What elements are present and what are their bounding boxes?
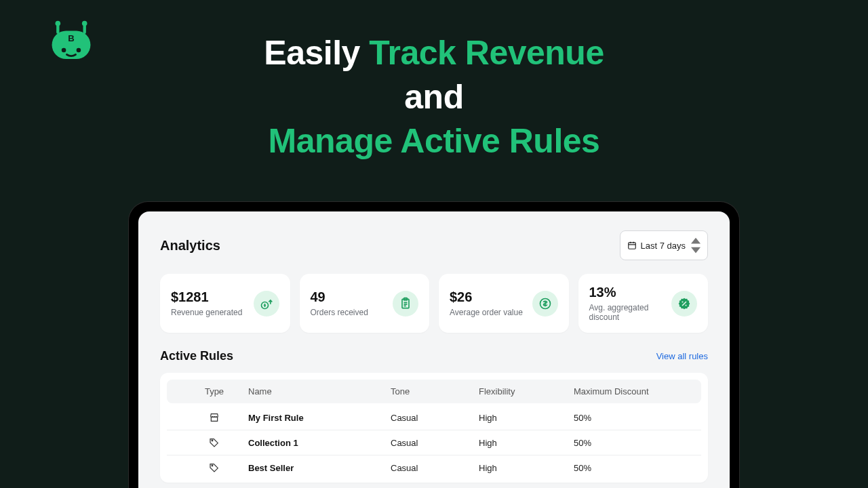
- tag-icon: [180, 462, 248, 473]
- device-frame: Analytics Last 7 days $1281 R: [129, 202, 739, 488]
- cell-flex: High: [479, 413, 574, 423]
- table-header: Type Name Tone Flexibility Maximum Disco…: [167, 380, 701, 403]
- store-icon: [180, 412, 248, 423]
- app-screen: Analytics Last 7 days $1281 R: [138, 211, 730, 488]
- col-type: Type: [180, 386, 248, 396]
- sort-chevrons-icon: [691, 236, 701, 255]
- cell-tone: Casual: [391, 438, 479, 448]
- cell-max: 50%: [574, 413, 709, 423]
- hero-text-3: and: [404, 78, 463, 116]
- metric-value: $26: [450, 289, 523, 305]
- col-flex: Flexibility: [479, 386, 574, 396]
- table-row[interactable]: My First Rule Casual High 50%: [167, 405, 701, 430]
- svg-point-20: [685, 304, 686, 306]
- col-tone: Tone: [391, 386, 479, 396]
- brand-logo: B: [47, 19, 95, 60]
- cell-tone: Casual: [391, 463, 479, 473]
- analytics-title: Analytics: [160, 238, 220, 253]
- hero-text-2: Track Revenue: [369, 34, 604, 72]
- cell-flex: High: [479, 438, 574, 448]
- col-name: Name: [248, 386, 391, 396]
- svg-rect-8: [628, 243, 635, 249]
- svg-point-6: [62, 48, 66, 53]
- cell-flex: High: [479, 463, 574, 473]
- cell-tone: Casual: [391, 413, 479, 423]
- svg-point-19: [682, 301, 683, 302]
- metric-label: Orders received: [311, 308, 368, 317]
- metric-label: Revenue generated: [171, 308, 242, 317]
- view-all-rules-link[interactable]: View all rules: [656, 351, 708, 361]
- metric-card-aov: $26 Average order value: [439, 274, 569, 333]
- table-row[interactable]: Collection 1 Casual High 50%: [167, 430, 701, 455]
- metric-label: Average order value: [450, 308, 523, 317]
- svg-text:B: B: [68, 33, 74, 43]
- cell-name: Collection 1: [248, 438, 391, 448]
- calendar-icon: [627, 241, 637, 250]
- col-max: Maximum Discount: [574, 386, 709, 396]
- tag-icon: [180, 437, 248, 448]
- metric-card-orders: 49 Orders received: [300, 274, 430, 333]
- hero-headline: Easily Track Revenue and Manage Active R…: [0, 0, 868, 163]
- cell-name: Best Seller: [248, 463, 391, 473]
- metric-label: Avg. aggregated discount: [589, 303, 672, 322]
- metric-value: 49: [311, 289, 368, 305]
- cell-name: My First Rule: [248, 413, 391, 423]
- svg-point-22: [212, 465, 213, 466]
- svg-point-7: [77, 48, 81, 53]
- metric-value: 13%: [589, 285, 672, 300]
- clipboard-icon: [393, 291, 418, 317]
- money-up-icon: [254, 291, 279, 317]
- cell-max: 50%: [574, 438, 709, 448]
- svg-point-21: [212, 440, 213, 441]
- dollar-circle-icon: [532, 291, 558, 317]
- metric-card-revenue: $1281 Revenue generated: [160, 274, 290, 333]
- hero-text-1: Easily: [264, 34, 369, 72]
- hero-text-4: Manage Active Rules: [269, 122, 600, 160]
- table-row[interactable]: Best Seller Casual High 50%: [167, 455, 701, 480]
- metric-value: $1281: [171, 289, 242, 305]
- metric-card-discount: 13% Avg. aggregated discount: [578, 274, 709, 333]
- date-range-label: Last 7 days: [641, 241, 686, 251]
- date-range-selector[interactable]: Last 7 days: [620, 230, 709, 260]
- discount-badge-icon: [671, 291, 697, 317]
- cell-max: 50%: [574, 463, 709, 473]
- rules-table: Type Name Tone Flexibility Maximum Disco…: [160, 373, 708, 483]
- active-rules-title: Active Rules: [160, 349, 233, 363]
